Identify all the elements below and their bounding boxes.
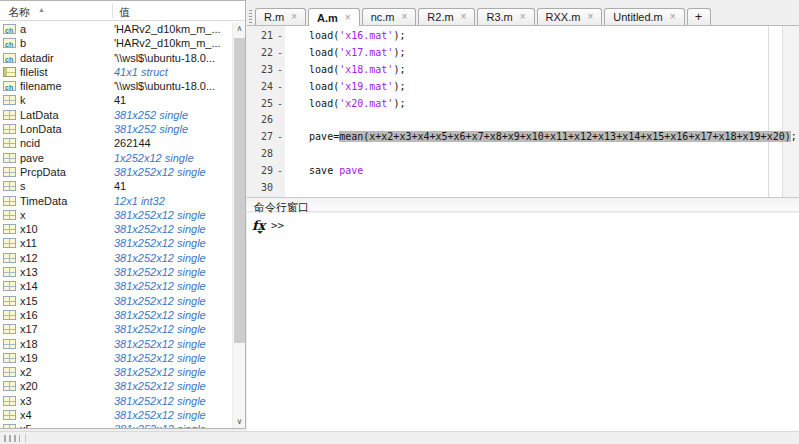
workspace-variable-row[interactable]: datadir '\\wsl$\ubuntu-18.0...	[0, 51, 232, 65]
command-window-header[interactable]: 命令行窗口	[247, 197, 799, 212]
editor-tab[interactable]: nc.m ×	[362, 8, 417, 25]
scroll-up-icon[interactable]: ∧	[233, 22, 246, 35]
breakpoint-dash[interactable]: -	[275, 45, 285, 62]
breakpoint-dash[interactable]: -	[275, 28, 285, 45]
variable-value: 'HARv2_d10km_m_...	[114, 22, 221, 36]
workspace-variable-row[interactable]: filelist 41x1 struct	[0, 65, 232, 79]
workspace-variable-row[interactable]: filename '\\wsl$\ubuntu-18.0...	[0, 79, 232, 93]
variable-value: 381x252x12 single	[114, 208, 206, 222]
variable-name: x12	[20, 251, 38, 265]
workspace-variable-row[interactable]: x14 381x252x12 single	[0, 279, 232, 293]
tab-close-icon[interactable]: ×	[670, 9, 676, 25]
variable-value: '\\wsl$\ubuntu-18.0...	[114, 51, 215, 65]
workspace-variable-row[interactable]: x11 381x252x12 single	[0, 236, 232, 250]
workspace-variable-row[interactable]: LatData 381x252 single	[0, 108, 232, 122]
variable-type-icon	[3, 110, 16, 120]
editor-tab[interactable]: A.m ×	[308, 8, 360, 26]
workspace-variable-row[interactable]: LonData 381x252 single	[0, 122, 232, 136]
status-bar-grip-handle[interactable]	[4, 435, 20, 442]
workspace-variable-row[interactable]: TimeData 12x1 int32	[0, 194, 232, 208]
workspace-variable-row[interactable]: x4 381x252x12 single	[0, 408, 232, 422]
value-column-header[interactable]: 值	[119, 5, 130, 20]
line-number: 26	[247, 112, 273, 129]
code-line[interactable]: 30	[247, 180, 782, 197]
workspace-variable-row[interactable]: a 'HARv2_d10km_m_...	[0, 22, 232, 36]
workspace-variable-row[interactable]: x16 381x252x12 single	[0, 308, 232, 322]
workspace-variable-list: a 'HARv2_d10km_m_... b 'HARv2_d10km_m_..…	[0, 22, 232, 428]
variable-name: x10	[20, 222, 38, 236]
tab-close-icon[interactable]: ×	[401, 9, 407, 25]
line-number: 21	[247, 28, 273, 45]
variable-type-icon	[3, 339, 16, 349]
variable-name: PrcpData	[20, 165, 66, 179]
workspace-variable-row[interactable]: k 41	[0, 93, 232, 107]
code-line[interactable]: 28	[247, 146, 782, 163]
workspace-variable-row[interactable]: x20 381x252x12 single	[0, 379, 232, 393]
line-number: 22	[247, 45, 273, 62]
breakpoint-dash[interactable]: -	[275, 96, 285, 113]
breakpoint-dash[interactable]: -	[275, 163, 285, 180]
code-line[interactable]: 22 - load('x17.mat');	[247, 45, 782, 62]
editor-tab-bar: R.m × A.m × nc.m × R2.m × R3.m × RXX.m ×…	[247, 8, 799, 26]
variable-name: x3	[20, 394, 32, 408]
workspace-variable-row[interactable]: x12 381x252x12 single	[0, 251, 232, 265]
column-divider[interactable]	[112, 3, 113, 18]
code-editor[interactable]: 21 - load('x16.mat'); 22 - load('x17.mat…	[247, 26, 799, 197]
workspace-variable-row[interactable]: x3 381x252x12 single	[0, 394, 232, 408]
name-column-header[interactable]: 名称	[8, 5, 30, 20]
workspace-variable-row[interactable]: x18 381x252x12 single	[0, 337, 232, 351]
variable-type-icon	[3, 267, 16, 277]
workspace-scrollbar[interactable]: ∧ ∨	[232, 22, 245, 428]
workspace-variable-row[interactable]: x 381x252x12 single	[0, 208, 232, 222]
editor-tab[interactable]: R2.m ×	[418, 8, 475, 25]
code-line[interactable]: 21 - load('x16.mat');	[247, 28, 782, 45]
editor-tab[interactable]: R3.m ×	[477, 8, 534, 25]
editor-tab[interactable]: R.m ×	[255, 8, 306, 25]
tab-close-icon[interactable]: ×	[520, 9, 526, 25]
workspace-variable-row[interactable]: PrcpData 381x252x12 single	[0, 165, 232, 179]
variable-type-icon	[3, 95, 16, 105]
code-line[interactable]: 25 - load('x20.mat');	[247, 96, 782, 113]
workspace-variable-row[interactable]: x19 381x252x12 single	[0, 351, 232, 365]
workspace-variable-row[interactable]: x15 381x252x12 single	[0, 294, 232, 308]
code-line[interactable]: 27 - pave=mean(x+x2+x3+x4+x5+x6+x7+x8+x9…	[247, 129, 782, 146]
variable-name: ncid	[20, 136, 40, 150]
tab-label: R.m	[264, 9, 284, 25]
variable-name: x16	[20, 308, 38, 322]
new-tab-button[interactable]: +	[687, 8, 711, 25]
tab-close-icon[interactable]: ×	[587, 9, 593, 25]
tab-close-icon[interactable]: ×	[461, 9, 467, 25]
command-window[interactable]: fx >>	[247, 213, 799, 431]
editor-tab[interactable]: RXX.m ×	[537, 8, 603, 25]
workspace-variable-row[interactable]: ncid 262144	[0, 136, 232, 150]
workspace-variable-row[interactable]: x13 381x252x12 single	[0, 265, 232, 279]
variable-name: x15	[20, 294, 38, 308]
code-line[interactable]: 26	[247, 112, 782, 129]
variable-value: 381x252x12 single	[114, 279, 206, 293]
tab-close-icon[interactable]: ×	[345, 10, 351, 26]
editor-tab[interactable]: Untitled.m ×	[604, 8, 684, 25]
tab-bar-grip-handle[interactable]	[249, 10, 252, 23]
variable-type-icon	[3, 381, 16, 391]
breakpoint-dash[interactable]: -	[275, 79, 285, 96]
tab-close-icon[interactable]: ×	[291, 9, 297, 25]
workspace-variable-row[interactable]: x5 381x252x12 single	[0, 422, 232, 428]
workspace-variable-row[interactable]: x17 381x252x12 single	[0, 322, 232, 336]
code-line[interactable]: 24 - load('x19.mat');	[247, 79, 782, 96]
variable-value: 381x252x12 single	[114, 365, 206, 379]
workspace-variable-row[interactable]: x10 381x252x12 single	[0, 222, 232, 236]
workspace-variable-row[interactable]: x2 381x252x12 single	[0, 365, 232, 379]
workspace-variable-row[interactable]: s 41	[0, 179, 232, 193]
workspace-variable-row[interactable]: b 'HARv2_d10km_m_...	[0, 36, 232, 50]
fx-function-hint-button[interactable]: fx	[252, 218, 265, 233]
breakpoint-dash[interactable]: -	[275, 62, 285, 79]
variable-type-icon	[3, 181, 16, 191]
breakpoint-dash[interactable]: -	[275, 129, 285, 146]
workspace-variable-row[interactable]: pave 1x252x12 single	[0, 151, 232, 165]
scrollbar-thumb[interactable]	[234, 38, 245, 343]
variable-name: x2	[20, 365, 32, 379]
code-line[interactable]: 23 - load('x18.mat');	[247, 62, 782, 79]
scroll-down-icon[interactable]: ∨	[233, 415, 246, 428]
code-line[interactable]: 29 - save pave	[247, 163, 782, 180]
sort-ascending-icon[interactable]: ▲	[38, 6, 45, 13]
